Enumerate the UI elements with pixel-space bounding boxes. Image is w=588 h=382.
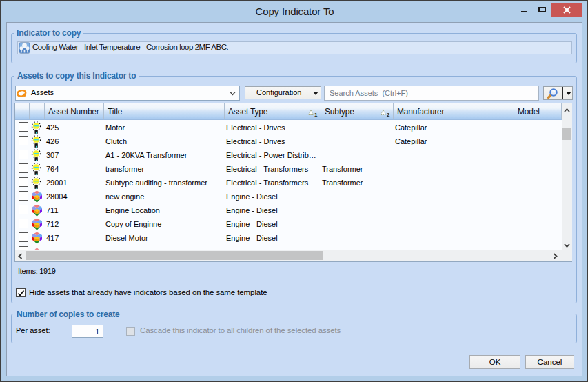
svg-text:1: 1 bbox=[314, 112, 318, 117]
svg-text:2: 2 bbox=[387, 112, 390, 117]
